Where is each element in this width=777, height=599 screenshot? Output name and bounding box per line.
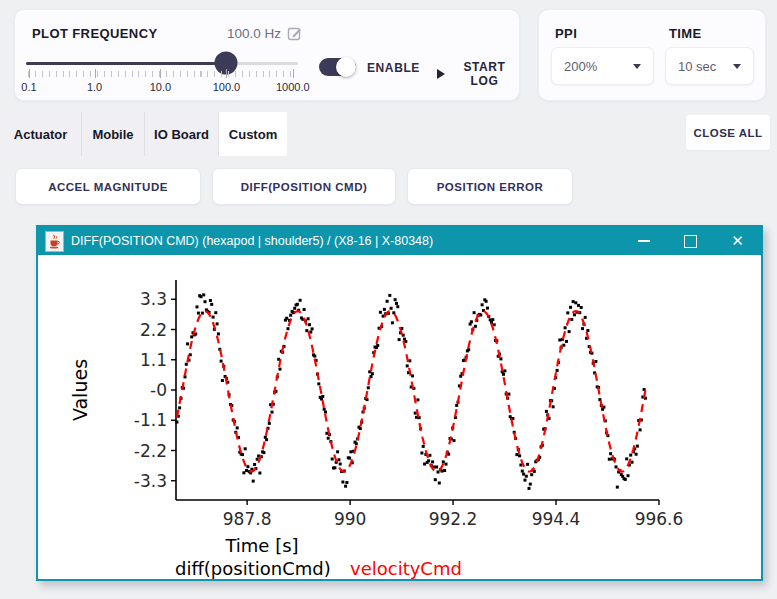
ppi-value: 200% <box>564 59 597 74</box>
chart-plot-area[interactable]: 3.32.21.1-0-1.1-2.2-3.3987.8990992.2994.… <box>38 255 761 579</box>
slider-track[interactable] <box>26 62 298 65</box>
play-icon <box>437 69 445 79</box>
close-all-button[interactable]: CLOSE ALL <box>686 115 770 150</box>
tab-mobile[interactable]: Mobile <box>82 112 145 156</box>
enable-toggle[interactable] <box>319 58 356 76</box>
slider-tick-label: 10.0 <box>150 81 171 93</box>
x-tick-label: 987.8 <box>223 509 272 529</box>
x-tick-label: 996.6 <box>635 509 684 529</box>
ppi-dropdown[interactable]: 200% <box>551 47 654 85</box>
time-value: 10 sec <box>678 59 716 74</box>
frequency-slider[interactable]: 0.11.010.0100.01000.0 <box>26 54 298 96</box>
enable-label: ENABLE <box>367 61 420 75</box>
position-error-button[interactable]: POSITION ERROR <box>407 168 573 205</box>
y-tick-label: 2.2 <box>140 320 167 340</box>
series-velocityCmd <box>177 311 646 472</box>
maximize-icon <box>684 235 697 248</box>
slider-major-tick <box>95 69 96 78</box>
x-tick-label: 994.4 <box>532 509 581 529</box>
minimize-button[interactable] <box>620 227 667 255</box>
x-axis-label: Time [s] <box>224 535 298 556</box>
slider-major-tick <box>226 69 227 78</box>
diff-position-cmd-button[interactable]: DIFF(POSITION CMD) <box>212 168 396 205</box>
y-tick-label: -3.3 <box>134 471 167 491</box>
y-axis-label: Values <box>69 359 91 421</box>
legend-diff-positionCmd: diff(positionCmd) <box>175 558 331 579</box>
plot-window: DIFF(POSITION CMD) (hexapod | shoulder5)… <box>36 225 763 581</box>
minimize-icon <box>638 240 650 242</box>
slider-tick-label: 0.1 <box>21 81 36 93</box>
plot-frequency-title: PLOT FREQUENCY <box>32 26 158 41</box>
slider-tick-label: 1.0 <box>87 81 102 93</box>
close-button[interactable]: ✕ <box>714 227 761 255</box>
chevron-down-icon <box>633 64 641 69</box>
edit-icon[interactable] <box>287 25 303 41</box>
legend-velocityCmd: velocityCmd <box>350 558 462 579</box>
tab-bar: Actuator Mobile IO Board Custom CLOSE AL… <box>0 112 777 156</box>
window-title: DIFF(POSITION CMD) (hexapod | shoulder5)… <box>71 234 433 248</box>
slider-tick-label: 100.0 <box>213 81 241 93</box>
y-tick-label: 1.1 <box>140 350 167 370</box>
y-tick-label: 3.3 <box>140 289 167 309</box>
ppi-label: PPI <box>555 26 577 41</box>
slider-major-tick <box>293 69 294 78</box>
time-dropdown[interactable]: 10 sec <box>665 47 754 85</box>
y-tick-label: -2.2 <box>134 441 167 461</box>
accel-magnitude-button[interactable]: ACCEL MAGNITUDE <box>15 168 201 205</box>
display-settings-panel: PPI TIME 200% 10 sec <box>538 9 766 101</box>
slider-fill <box>26 62 226 65</box>
start-log-label: START LOG <box>452 60 517 88</box>
y-tick-label: -1.1 <box>134 410 167 430</box>
tab-custom[interactable]: Custom <box>219 112 287 156</box>
tab-actuator[interactable]: Actuator <box>0 112 82 156</box>
plot-frequency-panel: PLOT FREQUENCY 100.0 Hz 0.11.010.0100.01… <box>14 9 520 101</box>
y-tick-label: -0 <box>150 380 167 400</box>
slider-minor-ticks <box>28 71 296 77</box>
x-tick-label: 992.2 <box>429 509 478 529</box>
chevron-down-icon <box>733 64 741 69</box>
maximize-button[interactable] <box>667 227 714 255</box>
slider-tick-label: 1000.0 <box>276 81 310 93</box>
frequency-value: 100.0 Hz <box>227 26 281 41</box>
time-label: TIME <box>669 26 702 41</box>
series-diff-positionCmd <box>175 293 647 490</box>
tab-io-board[interactable]: IO Board <box>145 112 219 156</box>
java-coffee-icon <box>45 231 64 252</box>
slider-major-tick <box>29 69 30 78</box>
app-root: PLOT FREQUENCY 100.0 Hz 0.11.010.0100.01… <box>0 0 777 599</box>
start-log-button[interactable]: START LOG <box>435 58 519 90</box>
close-icon: ✕ <box>731 234 744 249</box>
window-titlebar[interactable]: DIFF(POSITION CMD) (hexapod | shoulder5)… <box>38 227 761 255</box>
slider-major-tick <box>160 69 161 78</box>
x-tick-label: 990 <box>334 509 366 529</box>
toggle-knob <box>336 57 356 77</box>
